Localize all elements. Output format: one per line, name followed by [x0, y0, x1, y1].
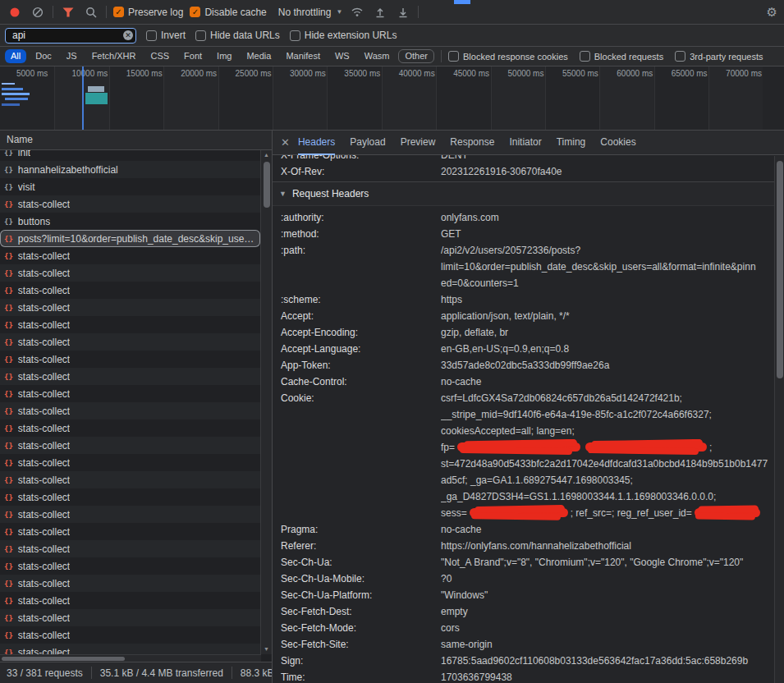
type-filter-font[interactable]: Font [178, 49, 208, 63]
header-name: Accept: [281, 308, 441, 324]
request-row[interactable]: {}stats-collect [0, 368, 260, 385]
network-conditions-icon[interactable] [349, 4, 365, 21]
request-row[interactable]: {}stats-collect [0, 247, 260, 264]
header-value-line: _ga_D4827DS3H4=GS1.1.1698003344.1.1.1698… [441, 488, 774, 505]
request-row[interactable]: {}stats-collect [0, 540, 260, 557]
network-overview[interactable]: 5000 ms10000 ms15000 ms20000 ms25000 ms3… [0, 66, 784, 131]
type-filter-other[interactable]: Other [398, 49, 434, 63]
filter-checkbox-blocked-response-cookies[interactable]: Blocked response cookies [448, 51, 568, 62]
scrollbar-thumb[interactable] [777, 161, 783, 378]
name-column-header[interactable]: Name [0, 131, 272, 150]
request-row[interactable]: {}stats-collect [0, 282, 260, 299]
request-row[interactable]: {}visit [0, 178, 260, 195]
request-row[interactable]: {}stats-collect [0, 437, 260, 454]
request-row[interactable]: {}stats-collect [0, 471, 260, 488]
throttling-select[interactable]: No throttling ▼ [278, 7, 343, 18]
overview-tick: 25000 ms [218, 66, 273, 130]
close-icon[interactable]: ✕ [281, 136, 290, 149]
request-row[interactable]: {}stats-collect [0, 419, 260, 437]
type-filter-wasm[interactable]: Wasm [359, 49, 396, 63]
request-name: stats-collect [18, 492, 70, 503]
tab-cookies[interactable]: Cookies [600, 131, 635, 155]
request-name: stats-collect [18, 337, 70, 348]
tab-timing[interactable]: Timing [557, 131, 586, 155]
requests-horizontal-scrollbar[interactable] [0, 654, 261, 662]
header-row: Time:1703636799438 [273, 669, 774, 683]
request-row[interactable]: {}stats-collect [0, 195, 260, 213]
type-filter-manifest[interactable]: Manifest [280, 49, 326, 63]
type-filter-img[interactable]: Img [211, 49, 237, 63]
request-row[interactable]: {}stats-collect [0, 264, 260, 282]
request-row[interactable]: {}buttons [0, 213, 260, 230]
gear-icon[interactable]: ⚙ [767, 5, 777, 20]
clear-filter-icon[interactable]: ✕ [123, 30, 133, 40]
tab-payload[interactable]: Payload [350, 131, 385, 155]
scroll-up-icon[interactable]: ▲ [264, 150, 269, 160]
header-value-line: __stripe_mid=9df140f6-e64a-419e-85fc-a1c… [441, 406, 774, 423]
request-headers-section[interactable]: ▼ Request Headers [273, 181, 774, 206]
type-filter-fetch-xhr[interactable]: Fetch/XHR [86, 49, 142, 63]
hide-extension-urls-checkbox[interactable]: Hide extension URLs [290, 30, 397, 41]
request-row[interactable]: {}stats-collect [0, 592, 260, 609]
request-row[interactable]: {}stats-collect [0, 575, 260, 592]
request-row[interactable]: {}stats-collect [0, 609, 260, 626]
tab-response[interactable]: Response [450, 131, 494, 155]
header-name: :scheme: [281, 291, 441, 308]
type-filter-js[interactable]: JS [61, 49, 83, 63]
scrollbar-thumb[interactable] [2, 657, 125, 661]
import-har-icon[interactable] [372, 4, 388, 21]
record-button[interactable] [7, 4, 23, 21]
export-har-icon[interactable] [395, 4, 411, 21]
request-row[interactable]: {}stats-collect [0, 626, 260, 644]
tab-headers[interactable]: Headers [298, 131, 335, 155]
request-row[interactable]: {}hannahelizabethofficial [0, 161, 260, 178]
request-row[interactable]: {}stats-collect [0, 523, 260, 540]
request-row[interactable]: {}init [0, 150, 260, 161]
filter-icon[interactable] [60, 4, 76, 21]
request-name: stats-collect [18, 302, 70, 314]
request-row[interactable]: {}stats-collect [0, 506, 260, 523]
request-row[interactable]: {}stats-collect [0, 299, 260, 316]
request-row[interactable]: {}stats-collect [0, 316, 260, 333]
requests-panel: Name {}init{}hannahelizabethofficial{}vi… [0, 131, 273, 683]
header-value-line: fp=; [441, 439, 774, 456]
type-filter-media[interactable]: Media [241, 49, 277, 63]
details-scrollbar[interactable] [774, 156, 784, 683]
type-filter-css[interactable]: CSS [144, 49, 175, 63]
request-row[interactable]: {}stats-collect [0, 333, 260, 351]
request-row[interactable]: {}stats-collect [0, 385, 260, 402]
disable-cache-checkbox[interactable]: ✓ Disable cache [190, 7, 266, 18]
filter-checkbox-blocked-requests[interactable]: Blocked requests [580, 51, 663, 62]
request-row[interactable]: {}stats-collect [0, 351, 260, 368]
filter-input[interactable] [5, 28, 136, 44]
request-row[interactable]: {}stats-collect [0, 488, 260, 506]
filter-checkbox-3rd-party-requests[interactable]: 3rd-party requests [675, 51, 763, 62]
tab-initiator[interactable]: Initiator [509, 131, 541, 155]
requests-vertical-scrollbar[interactable]: ▲ ▼ [260, 150, 272, 654]
scroll-down-icon[interactable]: ▼ [264, 644, 269, 654]
type-filter-ws[interactable]: WS [329, 49, 355, 63]
request-row[interactable]: {}posts?limit=10&order=publish_date_desc… [0, 230, 260, 247]
type-filter-doc[interactable]: Doc [30, 49, 57, 63]
preserve-log-checkbox[interactable]: ✓ Preserve log [113, 7, 183, 18]
clear-button[interactable] [30, 4, 46, 21]
request-name: stats-collect [18, 423, 70, 434]
invert-checkbox[interactable]: Invert [146, 30, 186, 41]
hide-data-urls-checkbox[interactable]: Hide data URLs [195, 30, 280, 41]
tab-preview[interactable]: Preview [401, 131, 436, 155]
redaction-scribble [470, 508, 568, 517]
request-row[interactable]: {}stats-collect [0, 557, 260, 575]
type-filter-all[interactable]: All [5, 49, 26, 63]
scrollbar-thumb[interactable] [264, 162, 270, 208]
header-value-line: /api2/v2/users/20572336/posts? [441, 242, 774, 259]
request-row[interactable]: {}stats-collect [0, 402, 260, 419]
header-value: "Not_A Brand";v="8", "Chromium";v="120",… [441, 554, 774, 571]
request-row[interactable]: {}stats-collect [0, 454, 260, 471]
script-icon: {} [4, 562, 13, 571]
hide-extension-urls-label: Hide extension URLs [305, 30, 397, 41]
header-row: Sec-Fetch-Mode:cors [273, 620, 774, 636]
overview-tick: 55000 ms [545, 66, 599, 130]
script-icon: {} [4, 459, 13, 467]
header-value: no-cache [441, 374, 774, 390]
search-icon[interactable] [83, 4, 99, 21]
